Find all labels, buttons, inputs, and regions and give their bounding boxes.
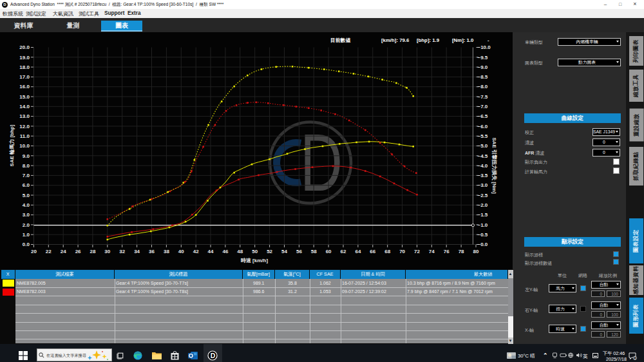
svg-text:19.0: 19.0 <box>19 55 30 61</box>
svg-text:9.0: 9.0 <box>23 153 30 159</box>
svg-text:SAE 輪馬力 [bhp]: SAE 輪馬力 [bhp] <box>9 124 15 166</box>
svg-text:30: 30 <box>104 249 110 254</box>
svg-text:78: 78 <box>459 249 464 254</box>
svg-text:32: 32 <box>119 249 125 254</box>
svg-text:50: 50 <box>252 249 258 254</box>
svg-text:−5.0: −5.0 <box>478 143 488 149</box>
svg-text:46: 46 <box>222 249 228 254</box>
svg-text:15.0: 15.0 <box>19 94 30 100</box>
svg-text:−4.5: −4.5 <box>478 153 488 159</box>
svg-text:17.0: 17.0 <box>19 74 30 80</box>
svg-text:1.0: 1.0 <box>23 232 30 238</box>
svg-text:60: 60 <box>326 249 332 254</box>
svg-text:-: - <box>488 37 489 43</box>
svg-text:10.0: 10.0 <box>19 143 30 149</box>
svg-text:34: 34 <box>134 249 140 254</box>
svg-text:−4.0: −4.0 <box>478 163 488 169</box>
svg-text:3.0: 3.0 <box>23 212 30 218</box>
svg-text:70: 70 <box>399 249 405 254</box>
svg-text:72: 72 <box>414 249 420 254</box>
svg-text:−3.0: −3.0 <box>478 182 488 188</box>
svg-text:−2.5: −2.5 <box>478 193 488 198</box>
svg-text:28: 28 <box>90 249 95 254</box>
svg-text:−6.0: −6.0 <box>478 124 488 129</box>
svg-text:48: 48 <box>237 249 243 254</box>
svg-text:14.0: 14.0 <box>19 104 30 110</box>
svg-text:1: 1 <box>634 356 636 360</box>
svg-text:5.0: 5.0 <box>23 193 30 198</box>
svg-text:22: 22 <box>46 249 52 254</box>
svg-text:11.0: 11.0 <box>20 133 30 139</box>
svg-text:62: 62 <box>341 249 346 254</box>
svg-text:−1.5: −1.5 <box>478 212 488 218</box>
svg-text:SAE 引擎扭力損失 [Nm]: SAE 引擎扭力損失 [Nm] <box>491 137 497 193</box>
svg-text:12.0: 12.0 <box>19 124 30 129</box>
svg-text:−1.0: −1.0 <box>478 222 488 228</box>
svg-text:−7.5: −7.5 <box>478 94 488 100</box>
svg-text:4.0: 4.0 <box>23 202 30 208</box>
svg-text:−9.5: −9.5 <box>478 55 488 61</box>
svg-text:64: 64 <box>355 249 361 254</box>
svg-text:13.0: 13.0 <box>19 113 30 119</box>
svg-text:−3.5: −3.5 <box>478 173 488 178</box>
svg-text:−10.0: −10.0 <box>478 44 491 50</box>
svg-text:36: 36 <box>149 249 155 254</box>
svg-text:24: 24 <box>61 249 66 254</box>
svg-text:18.0: 18.0 <box>19 64 30 70</box>
svg-text:20: 20 <box>31 249 37 254</box>
svg-text:8.0: 8.0 <box>23 163 30 169</box>
svg-text:D: D <box>211 352 216 359</box>
svg-text:26: 26 <box>75 249 81 254</box>
svg-text:20.0: 20.0 <box>19 44 30 50</box>
svg-text:−2.0: −2.0 <box>478 202 488 208</box>
svg-text:56: 56 <box>296 249 302 254</box>
svg-text:44: 44 <box>208 249 214 254</box>
svg-text:[Nm]: 1.0: [Nm]: 1.0 <box>452 37 474 43</box>
svg-text:時速 [km/h]: 時速 [km/h] <box>241 258 269 263</box>
svg-text:76: 76 <box>444 249 450 254</box>
svg-text:40: 40 <box>178 249 184 254</box>
svg-text:[km/h]: 79.6: [km/h]: 79.6 <box>381 37 410 43</box>
svg-text:−5.5: −5.5 <box>478 133 488 139</box>
svg-text:52: 52 <box>267 249 272 254</box>
svg-text:−8.5: −8.5 <box>478 74 488 80</box>
svg-text:58: 58 <box>311 249 317 254</box>
svg-text:[bhp]: 1.9: [bhp]: 1.9 <box>417 37 440 43</box>
svg-text:80: 80 <box>473 249 479 254</box>
svg-text:−0.0: −0.0 <box>478 242 488 247</box>
svg-text:−0.5: −0.5 <box>478 232 488 238</box>
svg-text:−7.0: −7.0 <box>478 104 488 110</box>
svg-text:−8.0: −8.0 <box>478 84 488 90</box>
svg-text:目前數値: 目前數値 <box>330 37 350 43</box>
svg-text:54: 54 <box>281 249 287 254</box>
svg-text:16.0: 16.0 <box>19 84 30 90</box>
svg-text:74: 74 <box>429 249 435 254</box>
svg-text:−9.0: −9.0 <box>478 64 488 70</box>
svg-text:68: 68 <box>384 249 390 254</box>
svg-text:38: 38 <box>164 249 169 254</box>
svg-text:D: D <box>300 117 343 207</box>
svg-text:2.0: 2.0 <box>23 222 30 228</box>
svg-text:0.0: 0.0 <box>23 242 30 247</box>
svg-text:66: 66 <box>370 249 375 254</box>
svg-text:42: 42 <box>193 249 199 254</box>
svg-text:7.0: 7.0 <box>23 173 30 178</box>
svg-text:6.0: 6.0 <box>23 182 30 188</box>
svg-text:−6.5: −6.5 <box>478 113 488 119</box>
